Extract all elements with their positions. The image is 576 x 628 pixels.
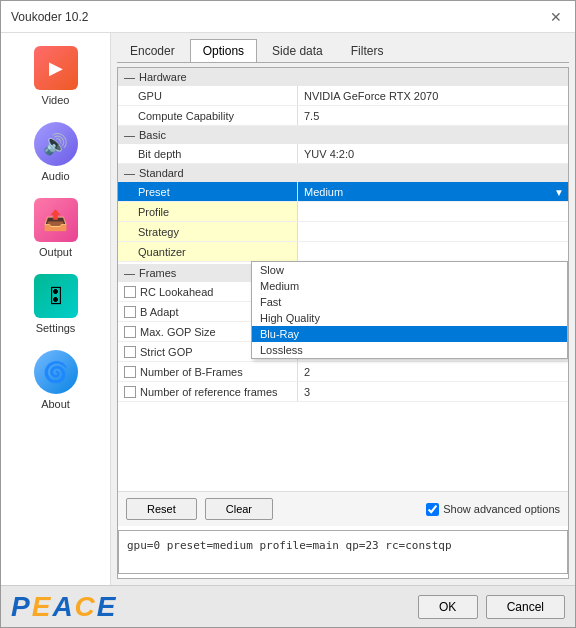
close-button[interactable]: ✕ xyxy=(547,8,565,26)
command-line-display: gpu=0 preset=medium profile=main qp=23 r… xyxy=(118,530,568,574)
dropdown-option-lossless[interactable]: Lossless xyxy=(252,342,567,358)
row-strategy[interactable]: Strategy xyxy=(118,222,568,242)
prop-name-quantizer: Quantizer xyxy=(118,242,298,261)
row-bit-depth: Bit depth YUV 4:2:0 xyxy=(118,144,568,164)
prop-value-gpu: NVIDIA GeForce RTX 2070 xyxy=(298,86,568,105)
prop-value-strategy xyxy=(298,222,568,241)
show-advanced-checkbox[interactable] xyxy=(426,503,439,516)
peace-logo: PEACE xyxy=(11,591,118,623)
tab-filters[interactable]: Filters xyxy=(338,39,397,62)
sidebar-label-settings: Settings xyxy=(36,322,76,334)
tab-side-data[interactable]: Side data xyxy=(259,39,336,62)
prop-name-gpu: GPU xyxy=(118,86,298,105)
prop-name-profile: Profile xyxy=(118,202,298,221)
checkbox-max-gop[interactable] xyxy=(124,326,136,338)
preset-dropdown-popup: Slow Medium Fast High Quality Blu-Ray Lo… xyxy=(251,261,568,359)
section-basic-label: Basic xyxy=(139,129,166,141)
dialog-buttons: OK Cancel xyxy=(418,595,565,619)
dropdown-option-high-quality[interactable]: High Quality xyxy=(252,310,567,326)
collapse-frames-icon[interactable]: — xyxy=(124,267,135,279)
collapse-hardware-icon[interactable]: — xyxy=(124,71,135,83)
collapse-basic-icon[interactable]: — xyxy=(124,129,135,141)
dropdown-arrow-icon: ▼ xyxy=(554,186,564,197)
sidebar-label-output: Output xyxy=(39,246,72,258)
tab-bar: Encoder Options Side data Filters xyxy=(117,39,569,63)
checkbox-rc-lookahead[interactable] xyxy=(124,286,136,298)
section-basic: — Basic xyxy=(118,126,568,144)
right-panel: Encoder Options Side data Filters — Hard… xyxy=(111,33,575,585)
row-gpu: GPU NVIDIA GeForce RTX 2070 xyxy=(118,86,568,106)
peace-letter-e1: E xyxy=(32,591,53,622)
tab-options[interactable]: Options xyxy=(190,39,257,62)
sidebar-item-video[interactable]: Video xyxy=(1,38,110,114)
dropdown-option-medium[interactable]: Medium xyxy=(252,278,567,294)
section-hardware-label: Hardware xyxy=(139,71,187,83)
about-icon xyxy=(34,350,78,394)
output-icon xyxy=(34,198,78,242)
dropdown-option-slow[interactable]: Slow xyxy=(252,262,567,278)
row-quantizer[interactable]: Quantizer xyxy=(118,242,568,262)
prop-name-ref-frames: Number of reference frames xyxy=(118,382,298,401)
section-standard: — Standard xyxy=(118,164,568,182)
sidebar-item-output[interactable]: Output xyxy=(1,190,110,266)
prop-name-preset: Preset xyxy=(118,182,298,201)
checkbox-b-adapt[interactable] xyxy=(124,306,136,318)
prop-value-quantizer xyxy=(298,242,568,261)
collapse-standard-icon[interactable]: — xyxy=(124,167,135,179)
prop-name-strategy: Strategy xyxy=(118,222,298,241)
video-icon xyxy=(34,46,78,90)
dropdown-option-blu-ray[interactable]: Blu-Ray xyxy=(252,326,567,342)
peace-letter-a: A xyxy=(52,591,74,622)
prop-name-compute: Compute Capability xyxy=(118,106,298,125)
ok-button[interactable]: OK xyxy=(418,595,478,619)
sidebar: Video Audio Output Settings About xyxy=(1,33,111,585)
reset-button[interactable]: Reset xyxy=(126,498,197,520)
audio-icon xyxy=(34,122,78,166)
prop-value-preset: Medium ▼ xyxy=(298,182,568,201)
prop-value-compute: 7.5 xyxy=(298,106,568,125)
checkbox-ref-frames[interactable] xyxy=(124,386,136,398)
section-hardware: — Hardware xyxy=(118,68,568,86)
sidebar-item-audio[interactable]: Audio xyxy=(1,114,110,190)
main-window: Voukoder 10.2 ✕ Video Audio Output Setti… xyxy=(0,0,576,628)
show-advanced-label: Show advanced options xyxy=(443,503,560,515)
cancel-button[interactable]: Cancel xyxy=(486,595,565,619)
clear-button[interactable]: Clear xyxy=(205,498,273,520)
peace-bar: PEACE OK Cancel xyxy=(1,585,575,627)
properties-table: — Hardware GPU NVIDIA GeForce RTX 2070 C… xyxy=(118,68,568,491)
prop-name-bit-depth: Bit depth xyxy=(118,144,298,163)
prop-value-b-frames: 2 xyxy=(298,362,568,381)
options-panel: — Hardware GPU NVIDIA GeForce RTX 2070 C… xyxy=(117,67,569,579)
prop-value-ref-frames: 3 xyxy=(298,382,568,401)
sidebar-label-audio: Audio xyxy=(41,170,69,182)
title-bar: Voukoder 10.2 ✕ xyxy=(1,1,575,33)
sidebar-label-about: About xyxy=(41,398,70,410)
peace-letter-e2: E xyxy=(97,591,118,622)
main-content: Video Audio Output Settings About xyxy=(1,33,575,585)
checkbox-b-frames[interactable] xyxy=(124,366,136,378)
checkbox-strict-gop[interactable] xyxy=(124,346,136,358)
peace-letter-p: P xyxy=(11,591,32,622)
action-buttons-row: Reset Clear Show advanced options xyxy=(118,491,568,526)
prop-value-profile xyxy=(298,202,568,221)
row-ref-frames: Number of reference frames 3 xyxy=(118,382,568,402)
sidebar-item-settings[interactable]: Settings xyxy=(1,266,110,342)
section-frames-label: Frames xyxy=(139,267,176,279)
row-compute-capability: Compute Capability 7.5 xyxy=(118,106,568,126)
row-b-frames: Number of B-Frames 2 xyxy=(118,362,568,382)
section-standard-label: Standard xyxy=(139,167,184,179)
window-title: Voukoder 10.2 xyxy=(11,10,88,24)
peace-letter-c: C xyxy=(75,591,97,622)
sidebar-item-about[interactable]: About xyxy=(1,342,110,418)
settings-icon xyxy=(34,274,78,318)
row-profile[interactable]: Profile xyxy=(118,202,568,222)
sidebar-label-video: Video xyxy=(42,94,70,106)
dropdown-option-fast[interactable]: Fast xyxy=(252,294,567,310)
tab-encoder[interactable]: Encoder xyxy=(117,39,188,62)
prop-value-bit-depth: YUV 4:2:0 xyxy=(298,144,568,163)
show-advanced-option: Show advanced options xyxy=(426,503,560,516)
prop-name-b-frames: Number of B-Frames xyxy=(118,362,298,381)
row-preset[interactable]: Preset Medium ▼ xyxy=(118,182,568,202)
